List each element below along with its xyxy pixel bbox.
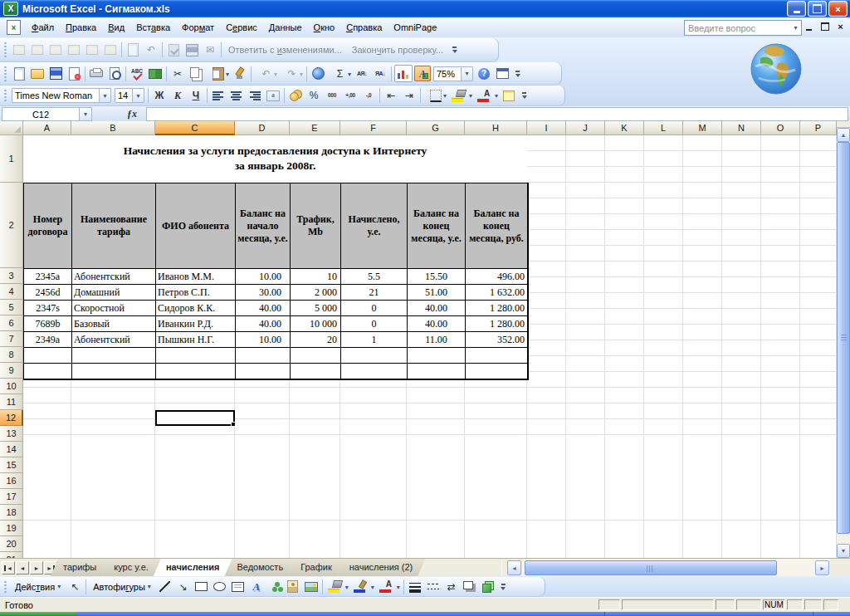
table-cell[interactable]	[408, 364, 466, 379]
cell[interactable]	[23, 521, 71, 558]
column-header-H[interactable]: H	[465, 121, 527, 135]
table-cell[interactable]	[236, 364, 291, 379]
cell[interactable]	[800, 167, 837, 183]
cell[interactable]	[566, 167, 605, 183]
permission-icon[interactable]	[66, 66, 82, 81]
cell[interactable]	[527, 151, 566, 167]
cell[interactable]	[465, 388, 527, 403]
table-cell[interactable]: Петров С.П.	[156, 285, 236, 301]
column-header-O[interactable]: O	[761, 121, 800, 135]
cell[interactable]	[605, 340, 644, 356]
cell[interactable]	[683, 262, 722, 277]
cell[interactable]	[644, 419, 683, 435]
cell[interactable]	[800, 356, 837, 372]
scroll-down-button[interactable]: ▼	[837, 544, 850, 558]
table-cell[interactable]: 2456d	[24, 285, 72, 301]
cell[interactable]	[566, 403, 605, 419]
chart-wizard-icon[interactable]	[394, 65, 413, 82]
cell[interactable]	[761, 277, 800, 293]
cell[interactable]	[605, 403, 644, 419]
select-all-corner[interactable]	[0, 121, 23, 135]
cell[interactable]	[644, 246, 683, 262]
cell[interactable]	[566, 521, 605, 558]
cell[interactable]	[761, 419, 800, 435]
cell[interactable]	[761, 293, 800, 309]
table-cell[interactable]: Сидоров К.К.	[156, 301, 236, 316]
cell[interactable]	[23, 435, 71, 521]
cell[interactable]	[605, 356, 644, 372]
cell[interactable]	[23, 403, 71, 419]
cell[interactable]	[722, 277, 761, 293]
cell[interactable]	[644, 340, 683, 356]
menu-insert[interactable]: Вставка	[130, 20, 176, 35]
row-header-16[interactable]: 16	[0, 473, 23, 489]
table-cell[interactable]	[72, 364, 156, 379]
table-cell[interactable]: 11.00	[408, 332, 466, 348]
cell[interactable]	[566, 198, 605, 214]
cell[interactable]	[566, 419, 605, 435]
cell[interactable]	[644, 277, 683, 293]
cell[interactable]	[527, 277, 566, 293]
table-cell[interactable]: 352.00	[466, 332, 528, 348]
wordart-icon[interactable]: А	[248, 579, 265, 594]
sort-descending-icon[interactable]: ЯА↓	[372, 66, 388, 81]
align-right-icon[interactable]	[247, 88, 263, 104]
cell[interactable]	[465, 403, 527, 419]
cell[interactable]	[566, 262, 605, 277]
name-box-dropdown[interactable]: ▾	[79, 107, 92, 121]
table-cell[interactable]: Иванкин Р.Д.	[156, 316, 236, 332]
italic-icon[interactable]: К	[169, 88, 186, 104]
cell[interactable]	[800, 277, 837, 293]
chevron-down-icon[interactable]: ▾	[790, 24, 801, 32]
row-header-13[interactable]: 13	[0, 426, 23, 442]
cell[interactable]	[761, 262, 800, 277]
cell[interactable]	[527, 419, 566, 435]
cell[interactable]	[683, 356, 722, 372]
row-header-18[interactable]: 18	[0, 505, 23, 521]
tab-scroll-next-button[interactable]: ►	[30, 561, 43, 574]
row-header-1[interactable]: 1	[0, 135, 23, 183]
cell[interactable]	[155, 435, 235, 521]
table-cell[interactable]: 496.00	[466, 269, 528, 285]
toolbar-drag-handle[interactable]	[4, 89, 7, 102]
row-header-17[interactable]: 17	[0, 489, 23, 505]
cell[interactable]	[761, 151, 800, 167]
line-style-icon[interactable]	[407, 579, 423, 594]
delete-comment-icon[interactable]	[102, 42, 119, 58]
cell[interactable]	[235, 403, 290, 419]
cell[interactable]	[644, 372, 683, 388]
tab-scroll-prev-button[interactable]: ◄	[16, 561, 29, 574]
cell[interactable]	[722, 403, 761, 419]
underline-icon[interactable]: Ч	[188, 88, 204, 104]
cell[interactable]	[605, 230, 644, 246]
merge-center-icon[interactable]: а	[265, 88, 281, 104]
cell[interactable]	[527, 230, 566, 246]
table-cell[interactable]: 0	[341, 316, 408, 332]
taskbar-button[interactable]	[605, 612, 813, 616]
cell[interactable]	[761, 388, 800, 403]
cell[interactable]	[23, 419, 71, 435]
undo-change-icon[interactable]: ↶	[143, 42, 159, 58]
table-cell[interactable]: 2347s	[24, 301, 72, 316]
chevron-down-icon[interactable]: ▾	[132, 89, 144, 102]
menu-omnipage[interactable]: OmniPage	[388, 20, 442, 35]
horizontal-scroll-thumb[interactable]	[525, 560, 777, 575]
cell[interactable]	[683, 151, 722, 167]
cell[interactable]	[605, 388, 644, 403]
windows-taskbar[interactable]	[0, 612, 850, 616]
cell[interactable]	[761, 309, 800, 325]
table-cell[interactable]	[291, 364, 341, 379]
cell[interactable]	[683, 521, 722, 558]
cell[interactable]	[683, 198, 722, 214]
cell[interactable]	[527, 435, 566, 521]
cell[interactable]	[722, 388, 761, 403]
percent-style-icon[interactable]: %	[305, 88, 322, 104]
table-cell[interactable]	[341, 364, 408, 379]
cell[interactable]	[527, 356, 566, 372]
cell[interactable]	[761, 135, 800, 151]
toolbar-options-button[interactable]	[450, 38, 459, 61]
cell[interactable]	[527, 309, 566, 325]
table-cell[interactable]: Пышкин Н.Г.	[156, 332, 236, 348]
cell[interactable]	[722, 167, 761, 183]
cell[interactable]	[566, 435, 605, 521]
